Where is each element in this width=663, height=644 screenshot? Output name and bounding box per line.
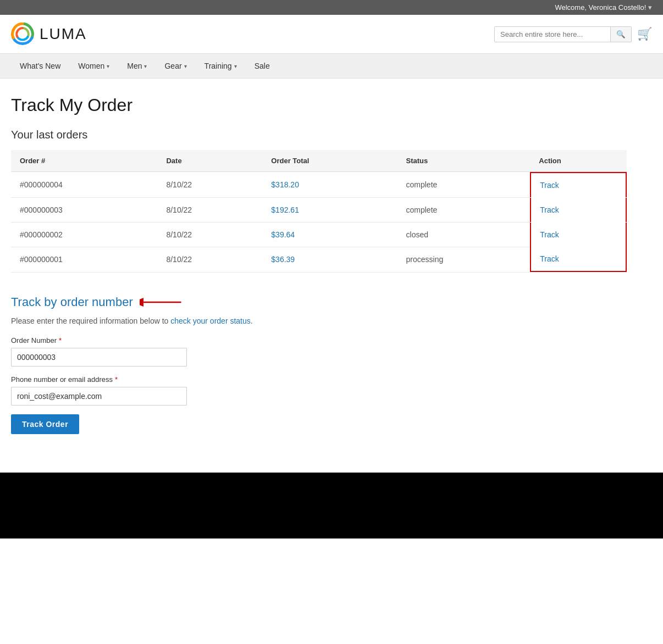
track-link[interactable]: Track (540, 206, 559, 214)
main-nav: What's New Women ▾ Men ▾ Gear ▾ Training… (0, 54, 663, 79)
action-cell: Track (530, 247, 627, 272)
action-cell: Track (530, 172, 627, 198)
track-link[interactable]: Track (540, 230, 559, 239)
table-header-row: Order # Date Order Total Status Action (11, 150, 627, 172)
track-desc-text2: . (251, 317, 253, 325)
track-link[interactable]: Track (540, 181, 559, 190)
page-title: Track My Order (11, 95, 627, 115)
order-number-input[interactable] (11, 348, 187, 367)
nav-item-sale[interactable]: Sale (246, 54, 279, 78)
order-num-cell: #000000002 (11, 222, 157, 247)
total-cell: $36.39 (262, 247, 397, 272)
nav-label-women: Women (78, 62, 104, 70)
col-action: Action (530, 150, 627, 172)
status-cell: complete (397, 197, 531, 222)
search-input[interactable] (495, 27, 610, 42)
status-cell: closed (397, 222, 531, 247)
luma-logo-icon[interactable] (11, 23, 34, 46)
order-num-cell: #000000003 (11, 197, 157, 222)
order-num-cell: #000000004 (11, 172, 157, 198)
check-status-link[interactable]: check your order status (170, 317, 251, 325)
arrow-indicator (140, 295, 184, 310)
nav-item-gear[interactable]: Gear ▾ (156, 54, 195, 78)
required-star2: * (115, 375, 118, 384)
date-cell: 8/10/22 (157, 222, 262, 247)
table-row: #0000000038/10/22$192.61completeTrack (11, 197, 627, 222)
search-button[interactable]: 🔍 (610, 27, 631, 42)
col-order-num: Order # (11, 150, 157, 172)
phone-email-label: Phone number or email address* (11, 375, 627, 384)
order-num-cell: #000000001 (11, 247, 157, 272)
date-cell: 8/10/22 (157, 197, 262, 222)
orders-table: Order # Date Order Total Status Action #… (11, 150, 627, 273)
chevron-down-icon: ▾ (107, 63, 109, 69)
table-row: #0000000018/10/22$36.39processingTrack (11, 247, 627, 272)
cart-icon[interactable]: 🛒 (637, 27, 652, 41)
total-cell: $318.20 (262, 172, 397, 198)
col-order-total: Order Total (262, 150, 397, 172)
last-orders-title: Your last orders (11, 129, 627, 141)
order-number-field: Order Number* (11, 336, 627, 367)
status-cell: processing (397, 247, 531, 272)
logo-area: LUMA (11, 23, 87, 46)
phone-email-field: Phone number or email address* (11, 375, 627, 406)
status-cell: complete (397, 172, 531, 198)
action-cell: Track (530, 222, 627, 247)
nav-item-training[interactable]: Training ▾ (196, 54, 246, 78)
chevron-down-icon: ▾ (234, 63, 237, 69)
order-number-label: Order Number* (11, 336, 627, 345)
header-right: 🔍 🛒 (494, 26, 652, 42)
top-bar: Welcome, Veronica Costello! ▾ (0, 0, 663, 15)
chevron-down-icon: ▾ (184, 63, 187, 69)
search-icon: 🔍 (616, 30, 626, 38)
welcome-chevron[interactable]: ▾ (648, 3, 652, 12)
table-row: #0000000028/10/22$39.64closedTrack (11, 222, 627, 247)
date-cell: 8/10/22 (157, 172, 262, 198)
track-description: Please enter the required information be… (11, 317, 627, 325)
site-header: LUMA 🔍 🛒 (0, 15, 663, 54)
nav-item-women[interactable]: Women ▾ (69, 54, 118, 78)
col-status: Status (397, 150, 531, 172)
nav-label-whats-new: What's New (20, 62, 60, 70)
total-cell: $39.64 (262, 222, 397, 247)
search-box: 🔍 (494, 26, 632, 42)
site-footer (0, 473, 663, 538)
required-star: * (59, 336, 62, 345)
track-order-button[interactable]: Track Order (11, 414, 79, 434)
track-section-title: Track by order number (11, 295, 133, 309)
nav-item-men[interactable]: Men ▾ (118, 54, 156, 78)
track-desc-text1: Please enter the required information be… (11, 317, 170, 325)
nav-label-training: Training (205, 62, 232, 70)
total-cell: $192.61 (262, 197, 397, 222)
nav-label-sale: Sale (255, 62, 270, 70)
action-cell: Track (530, 197, 627, 222)
chevron-down-icon: ▾ (144, 63, 147, 69)
nav-label-men: Men (127, 62, 142, 70)
site-logo-text[interactable]: LUMA (40, 25, 87, 43)
main-content: Track My Order Your last orders Order # … (0, 79, 638, 473)
nav-item-whats-new[interactable]: What's New (11, 54, 69, 78)
track-section-header: Track by order number (11, 295, 627, 310)
date-cell: 8/10/22 (157, 247, 262, 272)
welcome-text: Welcome, Veronica Costello! (555, 3, 646, 12)
table-row: #0000000048/10/22$318.20completeTrack (11, 172, 627, 198)
track-by-number-section: Track by order number Please enter the r… (11, 295, 627, 434)
col-date: Date (157, 150, 262, 172)
track-link[interactable]: Track (540, 254, 559, 263)
phone-email-input[interactable] (11, 387, 187, 406)
nav-label-gear: Gear (164, 62, 181, 70)
